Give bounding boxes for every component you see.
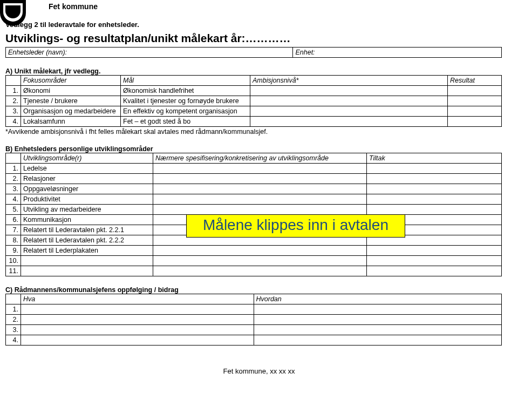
table-row: 1.ØkonomiØkonomisk handlefrihet	[6, 86, 502, 96]
table-a: Fokusområder Mål Ambisjonsnivå* Resultat…	[5, 75, 502, 127]
doc-subtitle: Vedlegg 2 til lederavtale for enhetslede…	[5, 21, 475, 29]
table-row: 10.	[6, 256, 502, 266]
doc-title: Utviklings- og resultatplan/unikt måleka…	[5, 32, 475, 45]
leader-name-label: Enhetsleder (navn):	[6, 48, 293, 57]
col-ambisjon: Ambisjonsnivå*	[250, 76, 448, 86]
table-row: 4.LokalsamfunnFet – et godt sted å bo	[6, 117, 502, 127]
unit-label: Enhet:	[293, 48, 501, 57]
table-a-header-row: Fokusområder Mål Ambisjonsnivå* Resultat	[6, 76, 502, 86]
table-row: 2.Relasjoner	[6, 174, 502, 184]
table-row: 3.Organisasjon og medarbeidereEn effekti…	[6, 106, 502, 117]
col-naermere: Nærmere spesifisering/konkretisering av …	[153, 153, 367, 164]
logo-icon	[0, 0, 26, 26]
col-fokusomrader: Fokusområder	[21, 76, 121, 86]
col-utviklingsomrade: Utviklingsområde(r)	[21, 153, 153, 164]
table-c-header-row: Hva Hvordan	[6, 294, 502, 304]
table-row: 4.Produktivitet	[6, 194, 502, 205]
footer: Fet kommune, xx xx xx	[43, 367, 475, 375]
leader-row: Enhetsleder (navn): Enhet:	[5, 47, 502, 58]
table-b-header-row: Utviklingsområde(r) Nærmere spesifiserin…	[6, 153, 502, 164]
table-a-footnote: *Avvikende ambisjonsnivå i fht felles må…	[5, 128, 475, 136]
section-c-heading: C) Rådmannens/kommunalsjefens oppfølging…	[5, 286, 475, 294]
table-row: 11.	[6, 266, 502, 276]
table-row: 3.Oppgaveløsninger	[6, 184, 502, 194]
col-tiltak: Tiltak	[367, 153, 502, 164]
col-mal: Mål	[121, 76, 250, 86]
org-name: Fet kommune	[49, 0, 475, 11]
table-row: 2.Tjeneste / brukereKvalitet i tjenester…	[6, 96, 502, 106]
table-c: Hva Hvordan 1. 2. 3. 4.	[5, 294, 502, 346]
col-hvordan: Hvordan	[254, 294, 502, 304]
section-a-heading: A) Unikt målekart, jfr vedlegg.	[5, 67, 475, 75]
table-row: 4.	[6, 335, 502, 346]
table-row: 1.	[6, 304, 502, 315]
table-row: 2.	[6, 315, 502, 325]
overlay-callout: Målene klippes inn i avtalen	[186, 214, 405, 238]
table-row: 1.Ledelse	[6, 164, 502, 174]
section-b-heading: B) Enhetsleders personlige utviklingsomr…	[5, 145, 475, 153]
col-resultat: Resultat	[448, 76, 502, 86]
col-hva: Hva	[21, 294, 254, 304]
table-row: 3.	[6, 325, 502, 335]
table-row: 5.Utvikling av medarbeidere	[6, 205, 502, 215]
table-row: 9.Relatert til Lederplakaten	[6, 246, 502, 256]
